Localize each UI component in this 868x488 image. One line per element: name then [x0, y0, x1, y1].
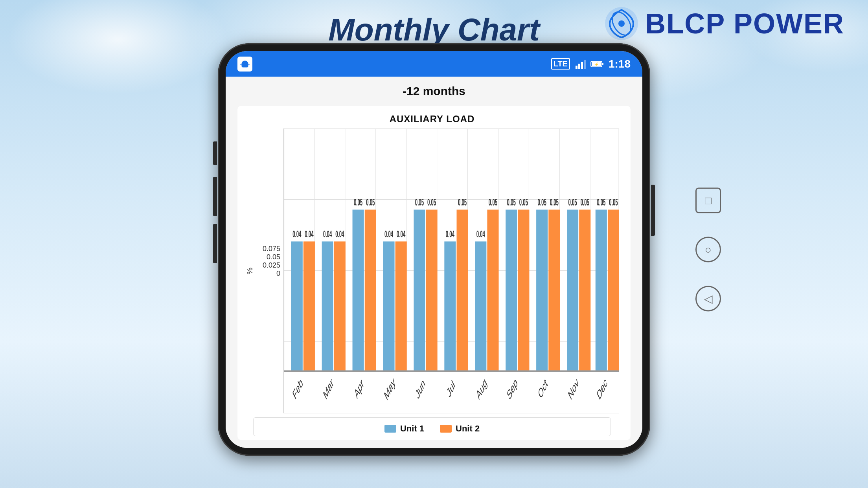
bar-nov-unit2	[579, 210, 590, 371]
bar-oct-unit1	[536, 210, 548, 371]
page-title: Monthly Chart	[328, 12, 540, 48]
svg-text:0.04: 0.04	[476, 229, 485, 239]
bar-nov-unit1	[567, 210, 578, 371]
svg-text:⚡: ⚡	[594, 62, 599, 67]
bar-dec-unit2	[608, 210, 619, 371]
svg-rect-12	[602, 63, 603, 65]
bar-jun-unit2	[426, 210, 438, 371]
chart-title: AUXILIARY LOAD	[245, 114, 619, 125]
svg-text:0.05: 0.05	[609, 197, 618, 207]
svg-text:0.04: 0.04	[446, 229, 455, 239]
logo-text: BLCP POWER	[645, 7, 844, 40]
svg-rect-7	[576, 66, 577, 69]
svg-text:Dec: Dec	[596, 375, 609, 403]
svg-text:Jul: Jul	[445, 378, 456, 400]
svg-rect-8	[578, 64, 580, 69]
status-bar: LTE ⚡ 1:18	[226, 51, 642, 77]
home-button[interactable]: ○	[695, 237, 721, 262]
svg-rect-10	[584, 60, 586, 69]
y-tick-3: 0.05	[267, 253, 280, 261]
bar-may-unit2	[395, 241, 407, 371]
bar-chart-svg: 0.04 0.04 Feb 0.04 0.04 Mar	[284, 128, 619, 413]
bar-jul-unit2	[457, 210, 468, 371]
bar-apr-unit2	[365, 210, 376, 371]
svg-text:Apr: Apr	[353, 376, 365, 402]
svg-text:0.05: 0.05	[597, 197, 605, 207]
bar-aug-unit1	[475, 241, 486, 371]
svg-point-2	[618, 20, 625, 27]
bar-oct-unit2	[548, 210, 560, 371]
silent-button	[213, 224, 217, 263]
bar-may-unit1	[383, 241, 394, 371]
svg-text:0.05: 0.05	[581, 197, 589, 207]
back-button[interactable]: ◁	[695, 286, 721, 312]
app-content: -12 months AUXILIARY LOAD % 0.075 0.05 0…	[226, 77, 642, 448]
y-tick-4: 0.075	[263, 245, 280, 253]
battery-icon: ⚡	[590, 60, 604, 68]
volume-down-button	[213, 177, 217, 216]
svg-text:0.05: 0.05	[427, 197, 436, 207]
svg-text:0.04: 0.04	[384, 229, 394, 239]
period-subtitle: -12 months	[237, 84, 631, 98]
bar-mar-unit2	[334, 241, 346, 371]
svg-text:Oct: Oct	[537, 376, 549, 402]
legend-unit1-color	[384, 425, 396, 433]
bar-dec-unit1	[596, 210, 607, 371]
y-axis-percent-label: %	[245, 268, 254, 275]
svg-text:0.05: 0.05	[458, 197, 467, 207]
time-display: 1:18	[609, 58, 631, 70]
app-icon	[237, 57, 252, 72]
recents-button[interactable]: □	[695, 188, 721, 213]
bar-sep-unit2	[518, 210, 529, 371]
bar-aug-unit2	[487, 210, 498, 371]
y-tick-1: 0	[276, 270, 280, 278]
svg-text:0.05: 0.05	[550, 197, 559, 207]
svg-text:Jun: Jun	[414, 376, 427, 402]
chart-legend: Unit 1 Unit 2	[253, 417, 611, 436]
svg-text:Aug: Aug	[475, 375, 488, 403]
svg-text:0.05: 0.05	[519, 197, 528, 207]
svg-text:0.04: 0.04	[397, 229, 406, 239]
svg-text:0.05: 0.05	[507, 197, 516, 207]
legend-unit1: Unit 1	[384, 424, 424, 434]
phone-frame: □ ○ ◁ LTE	[218, 43, 650, 456]
svg-text:0.04: 0.04	[323, 229, 332, 239]
svg-rect-9	[581, 62, 583, 69]
svg-text:Feb: Feb	[291, 375, 304, 402]
svg-text:0.05: 0.05	[489, 197, 497, 207]
bar-jun-unit1	[414, 210, 425, 371]
svg-text:0.04: 0.04	[305, 229, 314, 239]
svg-text:0.05: 0.05	[538, 197, 546, 207]
svg-text:0.04: 0.04	[335, 229, 344, 239]
android-icon-svg	[240, 59, 250, 69]
svg-text:May: May	[383, 374, 397, 403]
bar-jul-unit1	[444, 241, 456, 371]
legend-unit2-color	[440, 425, 452, 433]
svg-text:0.05: 0.05	[415, 197, 424, 207]
chart-container: AUXILIARY LOAD % 0.075 0.05 0.025 0	[237, 106, 631, 440]
bar-apr-unit1	[353, 210, 364, 371]
y-tick-2: 0.025	[263, 261, 280, 270]
bar-mar-unit1	[322, 241, 333, 371]
y-axis: 0.075 0.05 0.025 0	[256, 245, 283, 297]
blcp-logo-icon	[604, 6, 639, 41]
svg-text:0.04: 0.04	[292, 229, 302, 239]
status-bar-left	[237, 57, 252, 72]
svg-text:Sep: Sep	[506, 375, 519, 403]
svg-text:Mar: Mar	[322, 375, 335, 402]
bar-feb-unit2	[303, 241, 315, 371]
svg-text:Nov: Nov	[567, 375, 580, 402]
chart-area: % 0.075 0.05 0.025 0	[245, 128, 619, 413]
status-bar-right: LTE ⚡ 1:18	[551, 58, 631, 70]
svg-text:0.05: 0.05	[568, 197, 577, 207]
phone-screen: LTE ⚡ 1:18 -12 months AU	[226, 51, 642, 448]
legend-unit1-label: Unit 1	[400, 424, 424, 434]
lte-indicator: LTE	[551, 58, 570, 70]
power-button	[651, 185, 655, 236]
svg-text:0.05: 0.05	[354, 197, 362, 207]
bar-sep-unit1	[506, 210, 517, 371]
bar-feb-unit1	[291, 241, 303, 371]
plot-area: 0.04 0.04 Feb 0.04 0.04 Mar	[283, 128, 619, 413]
signal-icon	[575, 59, 586, 70]
nav-buttons: □ ○ ◁	[695, 188, 721, 312]
